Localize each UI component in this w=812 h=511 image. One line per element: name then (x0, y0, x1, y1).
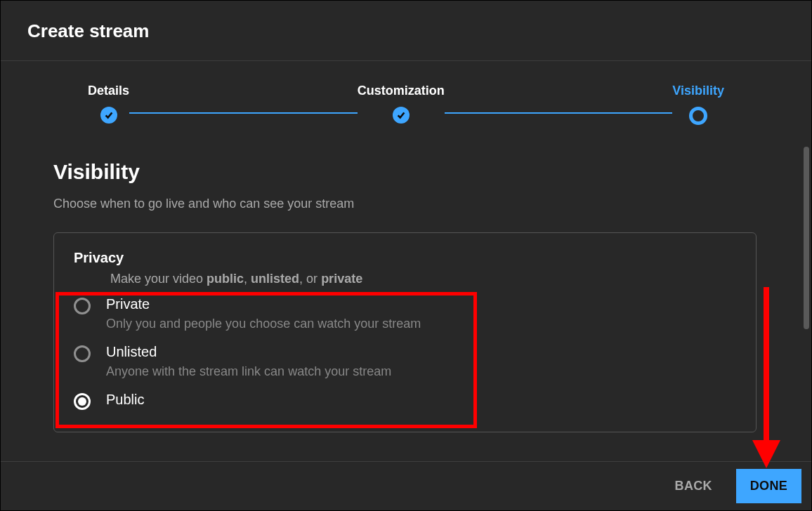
step-details[interactable]: Details (88, 84, 129, 124)
step-customization[interactable]: Customization (358, 84, 445, 124)
privacy-title: Privacy (74, 250, 736, 266)
modal-header: Create stream (1, 1, 811, 61)
option-public[interactable]: Public (74, 392, 736, 412)
step-visibility[interactable]: Visibility (672, 84, 724, 125)
create-stream-modal: Create stream Details Customization Visi… (0, 0, 812, 511)
privacy-subtitle: Make your video public, unlisted, or pri… (110, 272, 736, 286)
option-label: Unlisted (106, 344, 736, 360)
privacy-options: Private Only you and people you choose c… (74, 296, 736, 412)
content-area: Visibility Choose when to go live and wh… (1, 125, 811, 449)
step-check-icon (393, 107, 410, 124)
option-private[interactable]: Private Only you and people you choose c… (74, 296, 736, 331)
done-button[interactable]: DONE (736, 469, 801, 503)
option-desc: Only you and people you choose can watch… (106, 317, 736, 331)
section-title: Visibility (53, 160, 757, 184)
section-subtitle: Choose when to go live and who can see y… (53, 197, 757, 211)
step-label: Customization (358, 84, 445, 98)
step-label: Details (88, 84, 129, 98)
step-check-icon (100, 107, 117, 124)
back-button[interactable]: BACK (661, 469, 726, 503)
connector (445, 112, 673, 114)
radio-icon[interactable] (74, 345, 91, 362)
option-desc: Anyone with the stream link can watch yo… (106, 364, 736, 379)
step-label: Visibility (672, 84, 724, 98)
option-label: Private (106, 296, 736, 312)
modal-title: Create stream (27, 20, 785, 42)
privacy-card: Privacy Make your video public, unlisted… (53, 232, 757, 432)
modal-footer: BACK DONE (1, 461, 811, 510)
radio-icon[interactable] (74, 298, 91, 314)
step-current-icon (689, 107, 707, 125)
option-unlisted[interactable]: Unlisted Anyone with the stream link can… (74, 344, 736, 379)
scrollbar[interactable] (804, 147, 809, 329)
connector (129, 112, 358, 114)
radio-icon[interactable] (74, 393, 91, 410)
stepper: Details Customization Visibility (1, 61, 811, 125)
option-label: Public (106, 392, 736, 408)
